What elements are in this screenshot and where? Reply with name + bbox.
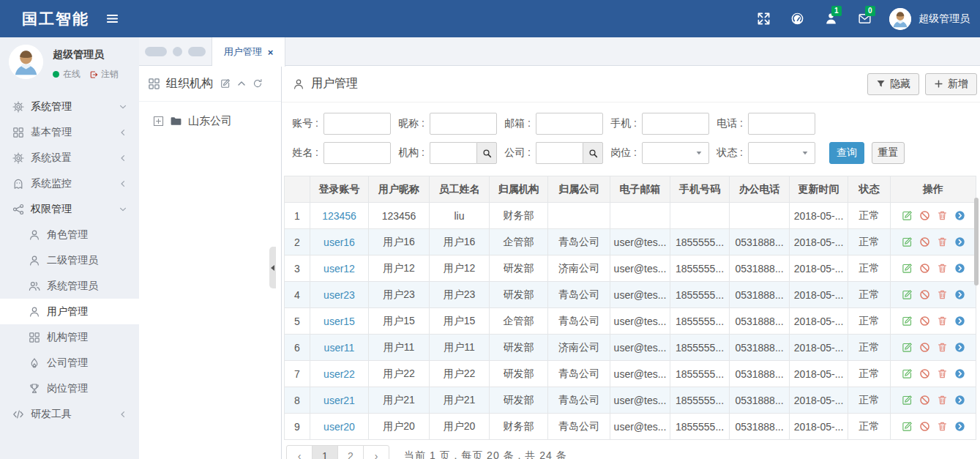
edit-icon[interactable] (902, 236, 913, 247)
detail-icon[interactable] (954, 368, 965, 379)
detail-icon[interactable] (954, 316, 965, 326)
delete-icon[interactable] (937, 342, 948, 353)
page-button-1[interactable]: 1 (312, 445, 338, 459)
sidebar-profile: 超级管理员 在线 注销 (0, 37, 139, 88)
telephone-input[interactable] (748, 113, 815, 135)
sidebar-item-system-monitor[interactable]: 系统监控 (0, 171, 139, 196)
delete-icon[interactable] (937, 210, 948, 221)
cell-office: 0531888... (730, 387, 790, 414)
edit-icon[interactable] (902, 395, 913, 406)
sidebar-item-role-management[interactable]: 角色管理 (0, 222, 139, 247)
edit-icon[interactable] (902, 210, 913, 221)
add-button[interactable]: 新增 (925, 73, 977, 95)
sidebar-item-org-management[interactable]: 机构管理 (0, 324, 139, 350)
company-input[interactable] (536, 142, 583, 164)
refresh-icon[interactable] (253, 78, 263, 89)
company-search-button[interactable] (583, 142, 603, 164)
account-link[interactable]: user11 (324, 342, 355, 354)
panel-collapse-handle[interactable] (269, 247, 276, 288)
delete-icon[interactable] (937, 368, 948, 379)
detail-icon[interactable] (954, 210, 965, 221)
delete-icon[interactable] (937, 316, 948, 326)
tree-node-shandong[interactable]: 山东公司 (153, 114, 281, 128)
delete-icon[interactable] (937, 263, 948, 274)
detail-icon[interactable] (954, 342, 965, 353)
ban-icon[interactable] (919, 342, 930, 353)
sidebar-item-post-management[interactable]: 岗位管理 (0, 376, 139, 401)
ban-icon[interactable] (919, 236, 930, 247)
detail-icon[interactable] (954, 289, 965, 300)
tab-user-management[interactable]: 用户管理 × (212, 37, 285, 67)
ban-icon[interactable] (919, 368, 930, 379)
delete-icon[interactable] (937, 395, 948, 406)
ban-icon[interactable] (919, 395, 930, 406)
delete-icon[interactable] (937, 289, 948, 300)
ban-icon[interactable] (919, 421, 930, 432)
ban-icon[interactable] (919, 316, 930, 326)
account-link[interactable]: user21 (323, 395, 355, 406)
edit-icon[interactable] (902, 263, 913, 274)
nickname-label: 昵称 : (395, 117, 430, 130)
delete-icon[interactable] (937, 236, 948, 247)
nickname-input[interactable] (430, 113, 497, 135)
ban-icon[interactable] (919, 263, 930, 274)
edit-icon[interactable] (902, 316, 913, 326)
logout-button[interactable]: 注销 (89, 68, 119, 81)
account-link[interactable]: 123456 (322, 210, 356, 222)
tab-close-icon[interactable]: × (268, 48, 274, 57)
cell-org: 财务部 (490, 203, 548, 229)
org-input[interactable] (430, 142, 476, 164)
mobile-input[interactable] (642, 113, 709, 135)
query-button[interactable]: 查询 (829, 142, 864, 164)
sidebar-item-company-management[interactable]: 公司管理 (0, 350, 139, 376)
dashboard-icon[interactable] (790, 12, 804, 26)
topbar-user[interactable]: 超级管理员 (889, 8, 970, 30)
sidebar-item-user-management[interactable]: 用户管理 (0, 299, 139, 324)
post-select[interactable] (642, 142, 709, 164)
org-search-button[interactable] (476, 142, 497, 164)
name-input[interactable] (323, 142, 391, 164)
tab-censored[interactable] (139, 37, 212, 65)
ban-icon[interactable] (919, 289, 930, 300)
messages-icon[interactable]: 0 (858, 12, 872, 26)
account-link[interactable]: user12 (323, 263, 355, 275)
account-input[interactable] (323, 113, 391, 135)
detail-icon[interactable] (954, 263, 965, 274)
sidebar-item-system-settings[interactable]: 系统设置 (0, 145, 139, 171)
account-link[interactable]: user23 (323, 289, 355, 301)
detail-icon[interactable] (954, 421, 965, 432)
edit-icon[interactable] (902, 421, 913, 432)
account-link[interactable]: user16 (323, 236, 355, 248)
plus-square-icon[interactable] (153, 116, 164, 127)
sidebar-item-basic-management[interactable]: 基本管理 (0, 119, 139, 145)
edit-icon[interactable] (902, 368, 913, 379)
online-users-icon[interactable]: 1 (824, 12, 838, 26)
fullscreen-icon[interactable] (757, 12, 771, 26)
account-link[interactable]: user15 (323, 316, 355, 327)
detail-icon[interactable] (954, 395, 965, 406)
prev-page-button[interactable]: ‹ (286, 445, 313, 459)
sidebar-item-permission-management[interactable]: 权限管理 (0, 196, 139, 222)
detail-icon[interactable] (954, 236, 965, 247)
status-select[interactable] (748, 142, 815, 164)
reset-button[interactable]: 重置 (872, 142, 905, 164)
email-input[interactable] (536, 113, 603, 135)
hide-button[interactable]: 隐藏 (867, 73, 919, 95)
account-link[interactable]: user22 (323, 368, 355, 380)
account-link[interactable]: user20 (323, 421, 355, 433)
sidebar-item-dev-tools[interactable]: 研发工具 (0, 401, 139, 427)
sidebar-item-system-admin[interactable]: 系统管理员 (0, 273, 139, 299)
delete-icon[interactable] (937, 421, 948, 432)
page-button-2[interactable]: 2 (337, 445, 364, 459)
ban-icon[interactable] (919, 210, 930, 221)
edit-icon[interactable] (220, 78, 231, 89)
next-page-button[interactable]: › (363, 445, 389, 459)
sidebar-item-second-level-admin[interactable]: 二级管理员 (0, 247, 139, 273)
chevron-up-icon[interactable] (236, 78, 247, 89)
vertical-scrollbar[interactable] (974, 198, 979, 286)
sidebar-item-label: 系统管理 (31, 100, 119, 113)
edit-icon[interactable] (902, 289, 913, 300)
edit-icon[interactable] (902, 342, 913, 353)
sidebar-item-system-management[interactable]: 系统管理 (0, 94, 139, 119)
hamburger-icon[interactable] (105, 12, 119, 26)
